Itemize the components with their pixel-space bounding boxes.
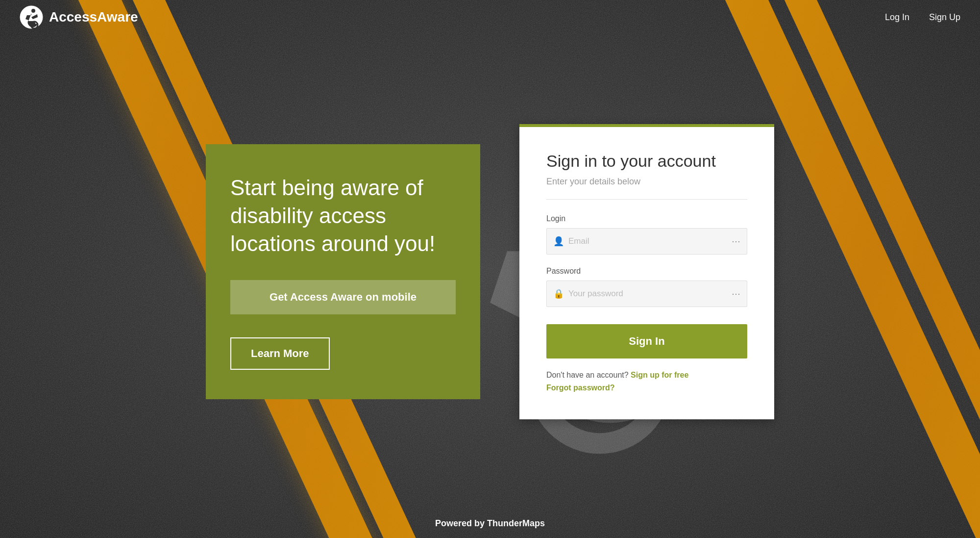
- nav-login-link[interactable]: Log In: [885, 12, 909, 23]
- signup-free-link[interactable]: Sign up for free: [631, 371, 688, 379]
- footer: Powered by ThunderMaps: [0, 509, 980, 538]
- navbar: AccessAware Log In Sign Up: [0, 0, 980, 34]
- footer-text: Powered by ThunderMaps: [435, 518, 545, 529]
- info-headline: Start being aware of disability access l…: [230, 174, 456, 258]
- email-dots-icon: ⋯: [732, 236, 740, 247]
- forgot-password-link[interactable]: Forgot password?: [546, 384, 615, 392]
- email-input[interactable]: [546, 228, 747, 255]
- logo-aware-text: Aware: [97, 9, 138, 25]
- login-subtitle: Enter your details below: [546, 177, 747, 187]
- login-label: Login: [546, 214, 747, 223]
- login-panel: Sign in to your account Enter your detai…: [519, 124, 774, 419]
- lock-icon: 🔒: [553, 288, 564, 299]
- user-icon: 👤: [553, 236, 564, 247]
- main-content: Start being aware of disability access l…: [0, 34, 980, 509]
- logo-area: AccessAware: [20, 5, 138, 29]
- password-dots-icon: ⋯: [732, 288, 740, 299]
- svg-point-3: [31, 9, 35, 13]
- learn-more-button[interactable]: Learn More: [230, 337, 330, 370]
- logo-access-text: Access: [49, 9, 97, 25]
- nav-links: Log In Sign Up: [885, 12, 960, 23]
- login-title: Sign in to your account: [546, 152, 747, 171]
- password-input-wrapper: 🔒 ⋯: [546, 281, 747, 307]
- divider: [546, 199, 747, 200]
- mobile-button[interactable]: Get Access Aware on mobile: [230, 280, 456, 314]
- signin-button[interactable]: Sign In: [546, 324, 747, 359]
- info-panel: Start being aware of disability access l…: [206, 144, 480, 399]
- email-input-wrapper: 👤 ⋯: [546, 228, 747, 255]
- logo-text: AccessAware: [49, 9, 138, 25]
- nav-signup-link[interactable]: Sign Up: [929, 12, 960, 23]
- password-label: Password: [546, 267, 747, 276]
- password-input[interactable]: [546, 281, 747, 307]
- logo-icon: [20, 5, 43, 29]
- no-account-text: Don't have an account? Sign up for free: [546, 371, 747, 380]
